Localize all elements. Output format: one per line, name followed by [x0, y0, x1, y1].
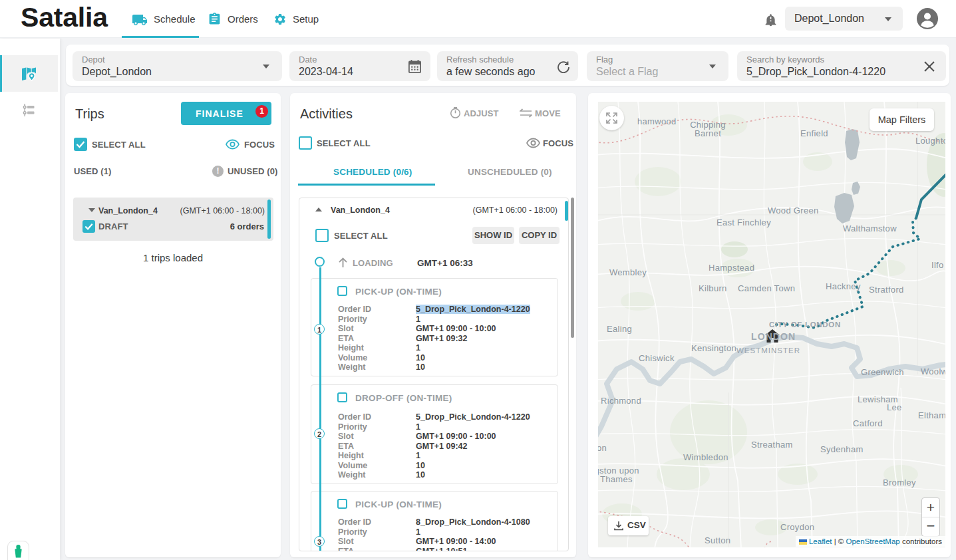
svg-text:Walthamstow: Walthamstow	[843, 223, 897, 233]
svg-text:Streatham: Streatham	[751, 440, 793, 450]
svg-text:Bromley: Bromley	[883, 478, 916, 488]
svg-text:Sydenham: Sydenham	[820, 444, 864, 454]
svg-text:Ealing: Ealing	[607, 324, 632, 334]
svg-text:CITY OF LONDON: CITY OF LONDON	[769, 321, 841, 329]
svg-text:Kilburn: Kilburn	[699, 283, 727, 293]
svg-text:Thames: Thames	[600, 474, 633, 484]
svg-text:Wimbledon: Wimbledon	[683, 452, 728, 462]
svg-text:Hampstead: Hampstead	[709, 263, 754, 273]
svg-text:Enfield: Enfield	[800, 128, 828, 138]
svg-text:ton: ton	[598, 443, 607, 453]
svg-text:Richmond: Richmond	[601, 396, 641, 406]
svg-text:Barnet: Barnet	[695, 128, 721, 138]
svg-text:Loughton: Loughton	[915, 136, 945, 146]
svg-text:Greenwich: Greenwich	[861, 367, 904, 377]
svg-text:Kensington: Kensington	[691, 343, 736, 353]
svg-text:Wembley: Wembley	[609, 267, 647, 277]
svg-text:Catford: Catford	[853, 418, 883, 428]
svg-text:Sutton: Sutton	[705, 535, 730, 545]
svg-text:Chiswick: Chiswick	[639, 353, 675, 363]
svg-text:hamwood: hamwood	[637, 116, 676, 126]
svg-text:Croydon: Croydon	[780, 522, 814, 532]
svg-text:Hackney: Hackney	[826, 281, 861, 291]
svg-text:Woolwi: Woolwi	[921, 366, 945, 376]
svg-text:East Finchley: East Finchley	[717, 217, 771, 227]
svg-text:Lee: Lee	[887, 402, 902, 412]
svg-text:LONDON: LONDON	[751, 331, 796, 342]
svg-text:Eltham: Eltham	[918, 410, 945, 420]
svg-text:Camden Town: Camden Town	[738, 283, 795, 293]
svg-text:Ilfo: Ilfo	[931, 260, 944, 270]
svg-text:Stratford: Stratford	[869, 285, 904, 295]
svg-text:WESTMINSTER: WESTMINSTER	[736, 347, 800, 354]
svg-text:Wood Green: Wood Green	[768, 206, 818, 215]
